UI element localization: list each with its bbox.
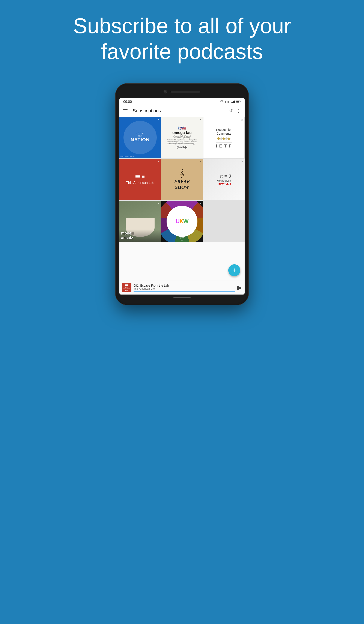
np-episode-title: 681: Escape From the Lab — [133, 284, 235, 287]
empty-area: + — [119, 242, 245, 281]
np-thumbnail: ThisAmericanLife — [122, 283, 131, 292]
phone-bottom-bar — [119, 294, 245, 301]
app-toolbar: Subscriptions ↺ ⋮ — [119, 105, 245, 117]
podcast-this-american-life[interactable]: ≡ This American Life ✕ — [119, 159, 161, 200]
podcast-grid: LAGE DER NATION © KÜCHENSTUD.IO ✕ 🇬🇧🇺🇸 o… — [119, 117, 245, 242]
toolbar-title: Subscriptions — [133, 108, 226, 114]
hero-text: Subscribe to all of your favorite podcas… — [0, 13, 364, 64]
lte-label: LTE — [225, 100, 230, 104]
hero-line1: Subscribe to all of your — [73, 14, 291, 38]
add-subscription-fab[interactable]: + — [228, 264, 240, 276]
podcast-freak-show[interactable]: 𝄞 FREAKSHOW ✕ — [161, 159, 203, 200]
podcast-lage[interactable]: LAGE DER NATION © KÜCHENSTUD.IO ✕ — [119, 117, 161, 158]
refresh-button[interactable]: ↺ — [229, 108, 233, 113]
battery-icon — [236, 101, 241, 103]
phone-mockup: 09:00 LTE — [116, 84, 248, 305]
svg-rect-2 — [232, 102, 233, 103]
podcast-omega[interactable]: 🇬🇧🇺🇸 omega tau Wissenschaft & Technik Sc… — [161, 117, 203, 158]
home-indicator — [173, 297, 191, 298]
svg-rect-3 — [233, 101, 234, 103]
svg-rect-1 — [231, 103, 232, 103]
phone-camera — [164, 90, 167, 93]
np-podcast-name: This American Life — [133, 287, 235, 290]
signal-icon — [231, 100, 235, 103]
status-bar: 09:00 LTE — [119, 98, 245, 105]
now-playing-bar[interactable]: ThisAmericanLife 681: Escape From the La… — [119, 281, 245, 294]
phone-speaker — [170, 91, 200, 93]
podcast-rfc[interactable]: Request forComments I E T F ✕ — [203, 117, 245, 158]
hamburger-menu[interactable] — [123, 109, 128, 112]
status-right: LTE — [220, 100, 241, 104]
np-info: 681: Escape From the Lab This American L… — [133, 284, 235, 291]
phone-shell: 09:00 LTE — [116, 84, 248, 305]
np-play-button[interactable]: ▶ — [237, 284, 242, 291]
svg-point-0 — [222, 103, 222, 103]
podcast-methodisch[interactable]: π = 3 Methodisch inkorrekt ! ✕ — [203, 159, 245, 200]
wifi-icon — [220, 100, 224, 103]
np-progress-bar — [133, 291, 235, 291]
phone-screen: 09:00 LTE — [119, 98, 245, 294]
svg-rect-7 — [236, 101, 239, 103]
more-menu-button[interactable]: ⋮ — [236, 108, 241, 114]
phone-top-bar — [119, 87, 245, 96]
podcast-ukw[interactable]: UKW unserekleinewelt ✕ — [161, 201, 203, 242]
podcast-modell-ansatz[interactable]: modellansatz ✕ — [119, 201, 161, 242]
svg-rect-6 — [240, 101, 241, 102]
svg-rect-4 — [234, 101, 235, 103]
status-time: 09:00 — [123, 100, 132, 104]
hero-line2: favorite podcasts — [101, 39, 263, 63]
